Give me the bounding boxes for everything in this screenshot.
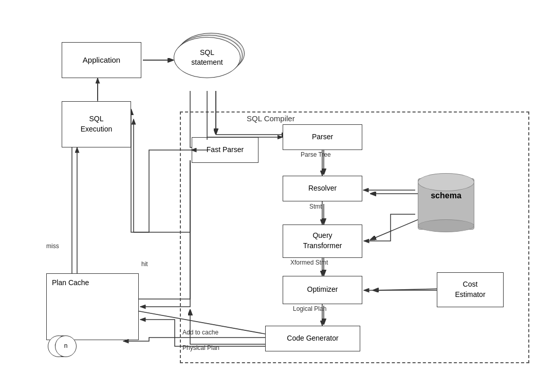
optimizer-box: Optimizer bbox=[283, 276, 362, 304]
resolver-box: Resolver bbox=[283, 176, 362, 201]
plan-cache-label: Plan Cache bbox=[52, 278, 89, 288]
query-transformer-box: QueryTransformer bbox=[283, 225, 362, 258]
schema-cylinder: schema bbox=[415, 168, 477, 230]
miss-label: miss bbox=[46, 242, 59, 250]
logical-plan-label: Logical Plan bbox=[293, 305, 326, 312]
code-generator-box: Code Generator bbox=[265, 326, 360, 351]
parser-box: Parser bbox=[283, 124, 362, 150]
xformed-stmt-label: Xformed Stmt bbox=[290, 259, 328, 266]
circle-n: n bbox=[55, 335, 77, 357]
stmt-label: Stmt bbox=[309, 203, 322, 210]
parse-tree-label: Parse Tree bbox=[301, 151, 331, 158]
fast-parser-box: Fast Parser bbox=[192, 137, 258, 163]
cost-estimator-box: CostEstimator bbox=[437, 272, 504, 307]
sql-execution-box: SQLExecution bbox=[62, 101, 131, 147]
sql-compiler-label: SQL Compiler bbox=[247, 114, 295, 123]
physical-plan-label: Physical Plan bbox=[182, 344, 219, 351]
application-box: Application bbox=[62, 42, 141, 78]
add-to-cache-label: Add to cache bbox=[182, 329, 218, 336]
plan-cache-box: Plan Cache C1 C2 n bbox=[46, 273, 139, 340]
hit-label: hit bbox=[141, 260, 148, 268]
diagram-container: SQL Compiler Application SQLstatement SQ… bbox=[31, 11, 524, 381]
